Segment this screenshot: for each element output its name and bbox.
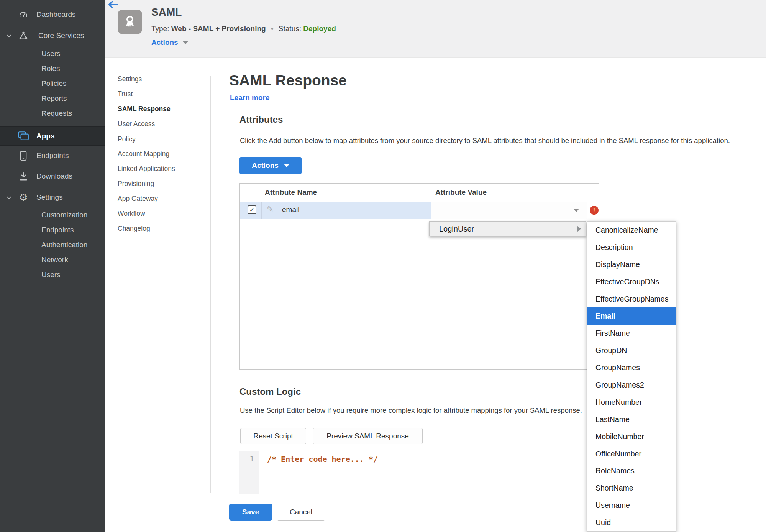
chevron-down-icon xyxy=(284,164,289,167)
tab-settings[interactable]: Settings xyxy=(118,73,142,85)
menu-item[interactable]: GroupNames xyxy=(587,359,676,376)
sidebar-item-users[interactable]: Users xyxy=(0,46,105,61)
column-header-attribute-value: Attribute Value xyxy=(435,188,487,197)
submenu-arrow-icon xyxy=(577,226,581,232)
sidebar-item-network[interactable]: Network xyxy=(0,253,105,267)
sidebar-item-label: Dashboards xyxy=(36,10,75,19)
app-meta-line: Type: Web - SAML + Provisioning • Status… xyxy=(151,25,336,33)
sidebar-item-settings[interactable]: ⚙ Settings xyxy=(0,190,105,205)
tab-account-mapping[interactable]: Account Mapping xyxy=(118,148,169,159)
chevron-down-icon xyxy=(574,209,579,212)
sidebar-item-label: Authentication xyxy=(41,241,87,249)
sidebar-item-reports[interactable]: Reports xyxy=(0,91,105,106)
value-context-menu[interactable]: LoginUser xyxy=(429,221,586,236)
menu-item[interactable]: Uuid xyxy=(587,514,676,531)
download-icon xyxy=(18,171,29,182)
status-badge: Deployed xyxy=(303,25,336,33)
tab-linked-applications[interactable]: Linked Applications xyxy=(118,163,175,174)
menu-item[interactable]: HomeNumber xyxy=(587,394,676,411)
section-title: SAML Response xyxy=(229,72,347,89)
menu-item[interactable]: GroupNames2 xyxy=(587,376,676,394)
sidebar-item-apps[interactable]: Apps xyxy=(0,126,105,146)
endpoint-device-icon xyxy=(18,150,29,161)
menu-item[interactable]: Username xyxy=(587,497,676,514)
sidebar-item-endpoints[interactable]: Endpoints xyxy=(0,148,105,163)
chevron-down-icon xyxy=(182,41,189,44)
header-actions-dropdown[interactable]: Actions xyxy=(151,38,189,47)
sidebar-item-requests[interactable]: Requests xyxy=(0,106,105,121)
sidebar-item-settings-users[interactable]: Users xyxy=(0,268,105,282)
sidebar-item-label: Roles xyxy=(41,64,60,73)
sidebar-item-label: Core Services xyxy=(38,31,84,40)
preview-saml-response-button[interactable]: Preview SAML Response xyxy=(313,428,423,444)
menu-item[interactable]: OfficeNumber xyxy=(587,445,676,463)
table-row[interactable]: ✓ ✎ email ! xyxy=(240,202,599,219)
attributes-table: Attribute Name Attribute Value ✓ ✎ email… xyxy=(239,183,599,370)
menu-item[interactable]: DisplayName xyxy=(587,256,676,273)
sidebar-item-label: Apps xyxy=(36,132,55,140)
cancel-button[interactable]: Cancel xyxy=(277,504,325,521)
menu-item[interactable]: MobileNumber xyxy=(587,428,676,445)
sidebar-item-label: Endpoints xyxy=(36,151,69,160)
sidebar-item-roles[interactable]: Roles xyxy=(0,61,105,76)
menu-item[interactable]: GroupDN xyxy=(587,342,676,359)
reset-script-button[interactable]: Reset Script xyxy=(240,428,306,444)
attributes-description: Click the Add button below to map attrib… xyxy=(240,136,730,145)
menu-item[interactable]: LastName xyxy=(587,411,676,428)
type-label: Type: xyxy=(151,25,169,33)
menu-item[interactable]: EffectiveGroupDNs xyxy=(587,273,676,291)
edit-pencil-icon[interactable]: ✎ xyxy=(267,205,274,214)
chevron-down-icon[interactable] xyxy=(5,193,13,202)
separator-dot: • xyxy=(271,25,274,33)
menu-item[interactable]: Email xyxy=(587,307,676,325)
status-label: Status: xyxy=(279,25,301,33)
menu-item[interactable]: Description xyxy=(587,239,676,256)
tab-changelog[interactable]: Changelog xyxy=(118,223,150,234)
tab-user-access[interactable]: User Access xyxy=(118,118,155,130)
sidebar-item-authentication[interactable]: Authentication xyxy=(0,238,105,252)
sidebar-item-label: Settings xyxy=(36,193,63,202)
sidebar-item-settings-endpoints[interactable]: Endpoints xyxy=(0,223,105,237)
tab-trust[interactable]: Trust xyxy=(118,88,133,100)
menu-item[interactable]: CanonicalizeName xyxy=(587,222,676,239)
sidebar-item-label: Users xyxy=(41,49,61,58)
tab-provisioning[interactable]: Provisioning xyxy=(118,178,154,189)
chevron-down-icon[interactable] xyxy=(5,31,13,40)
menu-item[interactable]: RoleNames xyxy=(587,462,676,479)
tab-app-gateway[interactable]: App Gateway xyxy=(118,193,158,204)
tab-saml-response[interactable]: SAML Response xyxy=(118,103,171,115)
attributes-actions-button[interactable]: Actions xyxy=(239,157,302,174)
sidebar-item-policies[interactable]: Policies xyxy=(0,76,105,91)
tab-policy[interactable]: Policy xyxy=(118,133,136,145)
back-arrow-icon[interactable] xyxy=(108,1,118,8)
save-button[interactable]: Save xyxy=(229,504,272,521)
actions-button-label: Actions xyxy=(252,161,279,170)
sidebar-item-label: Network xyxy=(41,256,68,264)
page-title: SAML xyxy=(151,6,182,18)
row-checkbox[interactable]: ✓ xyxy=(248,205,256,214)
attribute-name-value: email xyxy=(282,205,299,214)
menu-item[interactable]: ShortName xyxy=(587,479,676,497)
sidebar-item-core-services[interactable]: Core Services xyxy=(0,28,105,43)
sidebar-item-label: Requests xyxy=(41,109,72,118)
script-editor[interactable]: /* Enter code here... */ xyxy=(259,451,766,494)
saml-app-icon xyxy=(118,10,142,34)
tab-workflow[interactable]: Workflow xyxy=(118,208,145,219)
sidebar-item-label: Reports xyxy=(41,94,67,103)
sidebar-item-dashboards[interactable]: Dashboards xyxy=(0,7,105,22)
attribute-value-dropdown[interactable] xyxy=(431,202,587,219)
column-header-attribute-name: Attribute Name xyxy=(265,188,317,197)
menu-item[interactable]: EffectiveGroupNames xyxy=(587,291,676,308)
context-menu-label: LoginUser xyxy=(439,225,474,233)
sidebar-item-label: Users xyxy=(41,271,61,279)
custom-logic-heading: Custom Logic xyxy=(239,386,301,397)
gear-icon: ⚙ xyxy=(18,192,29,203)
app-sidebar: Dashboards Core Services Users Roles Pol… xyxy=(0,0,105,532)
menu-item[interactable]: FirstName xyxy=(587,325,676,342)
learn-more-link[interactable]: Learn more xyxy=(230,94,269,102)
sidebar-item-downloads[interactable]: Downloads xyxy=(0,169,105,184)
sidebar-item-label: Endpoints xyxy=(41,226,74,234)
sidebar-item-customization[interactable]: Customization xyxy=(0,208,105,222)
nav-content-divider xyxy=(210,76,211,493)
sidebar-item-label: Downloads xyxy=(36,172,72,181)
